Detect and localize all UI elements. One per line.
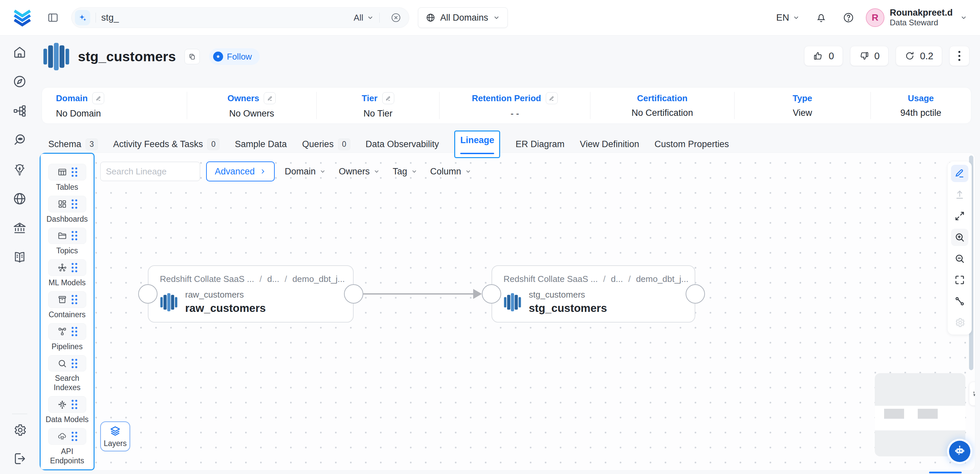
fit-view-button[interactable] [951,207,968,225]
layers-label: Layers [103,439,127,448]
copy-name-button[interactable] [185,49,200,64]
lineage-node-raw-customers[interactable]: Redshift Collate SaaS ... / d... / demo_… [148,265,354,323]
drag-handle-icon [72,295,77,304]
lineage-flow-icon[interactable] [12,103,27,118]
edit-tier-button[interactable] [382,92,394,104]
tab-lineage[interactable]: Lineage [454,130,500,158]
node-handle-left[interactable] [138,284,158,304]
global-search-input[interactable] [101,12,354,23]
tab-count-badge: 0 [207,138,220,150]
globe-icon [426,13,436,23]
node-breadcrumb: Redshift Collate SaaS ... / d... / demo_… [160,274,343,284]
palette-item-topics[interactable] [48,227,86,244]
meta-value: No Tier [363,108,392,119]
fullscreen-button[interactable] [951,271,968,289]
advanced-filter-button[interactable]: Advanced [206,161,275,181]
observability-search-eye-icon[interactable] [12,133,27,148]
lineage-search-input[interactable] [106,167,218,177]
edit-retention-button[interactable] [546,92,558,104]
language-selector[interactable]: EN [776,12,800,23]
follow-button[interactable]: Follow [209,48,260,65]
breadcrumb-schema[interactable]: demo_dbt_j... [293,274,345,284]
tab-custom-properties[interactable]: Custom Properties [654,139,729,150]
edit-lineage-button[interactable] [951,165,968,182]
tab-sample-data[interactable]: Sample Data [235,139,287,150]
settings-gear-icon[interactable] [12,423,27,437]
filter-domain[interactable]: Domain [285,167,326,177]
global-search-bar[interactable]: All [71,7,409,28]
tab-data-observability[interactable]: Data Observability [366,139,439,150]
tab-queries[interactable]: Queries0 [302,138,350,150]
user-avatar[interactable]: R [866,8,885,27]
folder-icon [57,231,67,241]
upvote-button[interactable]: 0 [804,46,843,66]
filter-column[interactable]: Column [430,167,471,177]
user-info[interactable]: Rounakpreet.d Data Steward [890,8,953,28]
quick-filters: Domain Owners Tag Column [285,167,471,177]
user-role: Data Steward [890,18,953,28]
downvote-button[interactable]: 0 [850,46,888,66]
fit-view-icon [954,210,965,222]
knowledge-book-icon[interactable] [12,250,27,265]
horizontal-scrollbar[interactable] [929,472,962,473]
assistant-chatbot-button[interactable] [949,441,970,462]
sidebar-toggle-icon[interactable] [47,11,59,24]
layers-button[interactable]: Layers [100,422,130,451]
palette-item-data-models[interactable] [48,396,86,413]
governance-bank-icon[interactable] [12,221,27,235]
node-handle-left[interactable] [482,284,501,304]
collapsed-panel-card[interactable] [969,382,975,406]
filter-owners[interactable]: Owners [339,167,380,177]
help-icon[interactable] [843,12,854,24]
lineage-search-box[interactable] [100,162,200,181]
tab-view-definition[interactable]: View Definition [580,139,639,150]
breadcrumb-database[interactable]: d... [611,274,623,284]
edit-domain-button[interactable] [92,92,104,104]
filter-tag[interactable]: Tag [393,167,418,177]
logout-icon[interactable] [12,451,27,466]
drag-handle-icon [72,263,77,272]
tab-schema[interactable]: Schema3 [48,138,98,150]
domains-globe-icon[interactable] [12,191,27,206]
pipeline-icon [57,326,67,337]
fullscreen-icon [954,274,965,286]
canvas-settings-button[interactable] [951,314,968,331]
palette-item-api-endpoints[interactable] [48,428,86,445]
node-handle-right[interactable] [344,284,363,304]
lineage-node-stg-customers[interactable]: Redshift Collate SaaS ... / d... / demo_… [492,265,695,323]
palette-item-pipelines[interactable] [48,323,86,340]
breadcrumb-schema[interactable]: demo_dbt_j... [636,274,689,284]
lineage-canvas[interactable]: Tables Dashboards Topics ML Models Conta… [39,153,975,471]
version-button[interactable]: 0.2 [896,46,942,66]
palette-item-containers[interactable] [48,291,86,308]
edit-owners-button[interactable] [264,92,276,104]
notifications-bell-icon[interactable] [815,12,827,24]
meta-type: Type View [734,92,870,119]
breadcrumb-database[interactable]: d... [267,274,279,284]
search-scope-dropdown[interactable]: All [354,13,374,23]
chevron-down-icon [792,14,800,21]
tab-er-diagram[interactable]: ER Diagram [515,139,565,150]
edge-route-button[interactable] [951,293,968,310]
export-lineage-button[interactable] [951,186,968,204]
explore-compass-icon[interactable] [12,74,27,89]
more-actions-button[interactable] [949,46,969,66]
all-domains-button[interactable]: All Domains [418,7,508,28]
node-handle-right[interactable] [686,284,705,304]
clear-search-icon[interactable] [390,12,402,23]
palette-item-tables[interactable] [48,164,86,180]
lineage-edge[interactable] [363,293,473,294]
zoom-in-button[interactable] [951,229,968,246]
collate-logo[interactable] [13,8,32,27]
zoom-out-button[interactable] [951,250,968,267]
redshift-service-icon [503,293,522,312]
palette-item-ml-models[interactable] [48,259,86,276]
tab-activity-feeds[interactable]: Activity Feeds & Tasks0 [113,138,220,150]
palette-item-dashboards[interactable] [48,196,86,212]
breadcrumb-service[interactable]: Redshift Collate SaaS ... [160,274,254,284]
insights-bulb-icon[interactable] [12,162,27,177]
palette-item-search-indexes[interactable] [48,355,86,372]
home-icon[interactable] [12,45,27,60]
user-menu-chevron-icon[interactable] [960,14,967,21]
breadcrumb-service[interactable]: Redshift Collate SaaS ... [503,274,598,284]
